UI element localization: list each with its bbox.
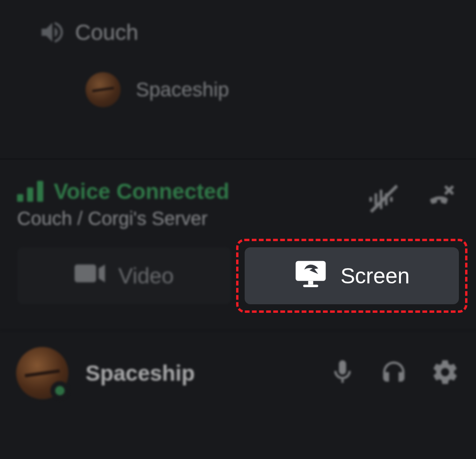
channel-list: Couch Spaceship (0, 0, 476, 159)
screen-share-button[interactable]: Screen (245, 247, 459, 304)
svg-rect-1 (374, 193, 377, 206)
user-panel: Spaceship (0, 330, 476, 415)
disconnect-button[interactable] (421, 181, 459, 219)
channel-member-row[interactable]: Spaceship (0, 64, 476, 116)
voice-status-text: Voice Connected (54, 178, 229, 204)
svg-rect-5 (370, 185, 398, 213)
screen-button-label: Screen (341, 263, 410, 289)
svg-rect-7 (308, 281, 313, 284)
voice-channel-row[interactable]: Couch (0, 14, 476, 50)
gear-icon (431, 358, 459, 388)
svg-rect-6 (295, 261, 325, 281)
deafen-button[interactable] (376, 356, 411, 391)
user-settings-button[interactable] (428, 356, 463, 391)
headphones-icon (380, 358, 408, 388)
user-avatar[interactable] (16, 347, 68, 399)
voice-channel-path: Couch / Corgi's Server (17, 208, 364, 229)
signal-bars-icon (17, 181, 43, 202)
video-button-label: Video (118, 263, 174, 289)
voice-status-block[interactable]: Voice Connected Couch / Corgi's Server (17, 178, 364, 229)
speaker-icon (38, 18, 67, 47)
voice-channel-name: Couch (75, 19, 138, 45)
voice-connected-panel: Voice Connected Couch / Corgi's Server (0, 159, 476, 317)
noise-suppression-icon (368, 185, 398, 216)
svg-rect-0 (370, 197, 372, 202)
status-indicator-online (50, 381, 69, 400)
svg-rect-8 (303, 284, 318, 287)
user-name: Spaceship (86, 360, 325, 386)
channel-member-name: Spaceship (136, 78, 229, 101)
mute-button[interactable] (325, 356, 360, 391)
video-button[interactable]: Video (17, 247, 231, 304)
svg-rect-4 (390, 197, 393, 202)
screen-share-icon (294, 260, 327, 292)
noise-suppression-button[interactable] (364, 181, 402, 219)
video-camera-icon (75, 261, 105, 291)
microphone-icon (328, 358, 357, 388)
disconnect-call-icon (425, 185, 455, 216)
avatar (86, 72, 121, 107)
